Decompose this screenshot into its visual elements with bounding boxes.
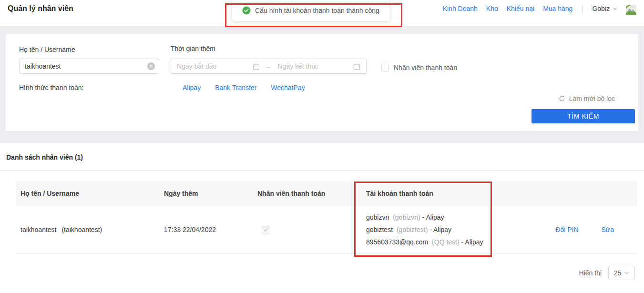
- account-alias: (gobizvn): [393, 213, 420, 221]
- toast-success: Cấu hình tài khoản thanh toán thành công: [232, 0, 389, 21]
- employee-username: (taikhoantest): [61, 226, 102, 233]
- calendar-start-icon: [253, 63, 260, 70]
- payment-staff-filter-label: Nhân viên thanh toán: [394, 64, 457, 71]
- payment-staff-filter[interactable]: Nhân viên thanh toán: [381, 64, 457, 71]
- page-title: Quản lý nhân viên: [8, 4, 73, 26]
- nav-link-kinh-doanh[interactable]: Kinh Doanh: [443, 5, 478, 12]
- nav-link-khieu-nai[interactable]: Khiếu nại: [507, 5, 534, 12]
- cell-payment-staff: [257, 226, 366, 234]
- date-end-input[interactable]: Ngày kết thúc: [278, 62, 354, 70]
- name-input[interactable]: [19, 59, 159, 74]
- refresh-icon: [559, 95, 565, 102]
- cell-name: taikhoantest (taikhoantest): [16, 226, 164, 233]
- title-divider: [0, 170, 644, 171]
- date-start-input[interactable]: Ngày bắt đầu: [177, 62, 253, 70]
- payment-method-label: Hình thức thanh toán:: [19, 84, 83, 91]
- account-method: - Alipay: [461, 238, 483, 246]
- page-size-label: Hiển thị: [579, 269, 602, 277]
- check-circle-icon: [242, 6, 251, 15]
- top-nav: Kinh Doanh Kho Khiếu nại Mua hàng Gobiz: [443, 0, 636, 26]
- payment-method-wechatpay[interactable]: WechatPay: [271, 84, 305, 91]
- avatar[interactable]: [626, 5, 636, 15]
- row-payment-staff-checkbox[interactable]: [262, 226, 269, 233]
- clear-icon[interactable]: [147, 62, 155, 70]
- cell-actions: Đổi PIN Sửa: [504, 226, 637, 233]
- payment-account-item: gobizvn (gobizvn) - Alipay: [366, 211, 504, 223]
- toast-message: Cấu hình tài khoản thanh toán thành công: [255, 7, 379, 14]
- user-name: Gobiz: [592, 5, 610, 12]
- payment-staff-checkbox[interactable]: [381, 64, 389, 71]
- pagination: Hiển thị 25: [579, 266, 635, 280]
- account-alias: (QQ test): [432, 238, 460, 246]
- reset-filters-label: Làm mới bộ lọc: [569, 95, 615, 102]
- time-filter-label: Thời gian thêm: [171, 45, 215, 52]
- name-filter-label: Họ tên / Username: [19, 46, 75, 53]
- header-date-added: Ngày thêm: [164, 190, 257, 197]
- date-range-picker[interactable]: Ngày bắt đầu → Ngày kết thúc: [171, 59, 367, 74]
- payment-account-item: gobiztest (gobiztest) - Alipay: [366, 223, 504, 236]
- nav-link-mua-hang[interactable]: Mua hàng: [543, 5, 572, 12]
- cell-payment-accounts: gobizvn (gobizvn) - Alipay gobiztest (go…: [366, 211, 504, 248]
- search-button[interactable]: TÌM KIẾM: [532, 109, 635, 123]
- account-name: gobiztest: [366, 226, 393, 233]
- arrow-right-icon: →: [265, 62, 271, 70]
- page-size-select[interactable]: 25: [608, 266, 635, 280]
- list-title: Danh sách nhân viên (1): [6, 153, 83, 161]
- cell-date-added: 17:33 22/04/2022: [164, 226, 257, 233]
- table-row: taikhoantest (taikhoantest) 17:33 22/04/…: [16, 206, 637, 254]
- account-method: - Alipay: [429, 226, 451, 233]
- nav-divider: [582, 5, 583, 13]
- user-menu[interactable]: Gobiz: [592, 5, 617, 12]
- payment-account-item: 895603733@qq.com (QQ test) - Alipay: [366, 236, 504, 248]
- header-payment-accounts: Tài khoản thanh toán: [366, 190, 504, 197]
- nav-link-kho[interactable]: Kho: [486, 5, 498, 12]
- chevron-down-icon: [613, 7, 617, 10]
- payment-method-bank-transfer[interactable]: Bank Transfer: [215, 84, 256, 91]
- account-method: - Alipay: [422, 213, 444, 221]
- page-size-value: 25: [614, 269, 622, 277]
- employee-name: taikhoantest: [20, 226, 57, 233]
- reset-filters-link[interactable]: Làm mới bộ lọc: [559, 95, 615, 102]
- filter-panel: Họ tên / Username Thời gian thêm Ngày bắ…: [6, 34, 638, 131]
- employee-list-panel: Danh sách nhân viên (1) Họ tên / Usernam…: [0, 143, 644, 293]
- header-payment-staff: Nhân viên thanh toán: [257, 190, 366, 197]
- avatar-image-icon: [626, 5, 636, 15]
- payment-method-alipay[interactable]: Alipay: [183, 84, 201, 91]
- account-name: gobizvn: [366, 213, 389, 221]
- name-input-wrap: [19, 59, 159, 74]
- account-alias: (gobiztest): [397, 226, 428, 233]
- calendar-end-icon: [353, 63, 360, 70]
- payment-method-links: Alipay Bank Transfer WechatPay: [183, 84, 305, 91]
- account-name: 895603733@qq.com: [366, 238, 428, 246]
- header-name: Họ tên / Username: [16, 190, 164, 197]
- edit-link[interactable]: Sửa: [602, 226, 614, 233]
- table-header-row: Họ tên / Username Ngày thêm Nhân viên th…: [16, 181, 637, 206]
- chevron-down-icon: [624, 272, 629, 275]
- change-pin-link[interactable]: Đổi PIN: [555, 226, 578, 233]
